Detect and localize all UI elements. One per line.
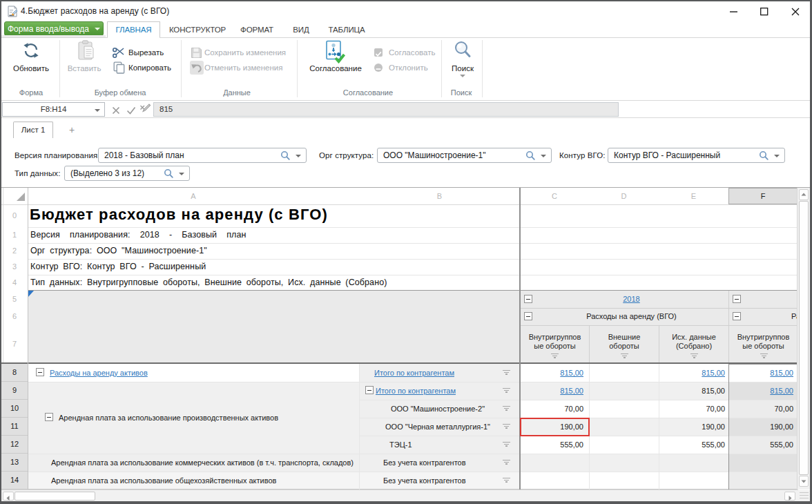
form-io-menu-button[interactable]: Форма ввода/вывода	[4, 21, 104, 36]
maximize-button[interactable]	[754, 1, 775, 21]
cell-b14[interactable]: Без учета контрагентов	[383, 472, 466, 490]
row-header-1[interactable]: 1	[1, 227, 28, 243]
row-header-8[interactable]: 8	[1, 364, 28, 382]
cell-a8[interactable]: Расходы на аренду активов	[50, 364, 148, 382]
year-header-link[interactable]: 2018	[533, 291, 730, 308]
collapse-merged-icon[interactable]	[45, 413, 53, 421]
filter-funnel-icon[interactable]	[550, 353, 559, 359]
cancel-icon[interactable]	[112, 105, 120, 117]
function-pen-icon[interactable]	[139, 104, 151, 117]
cell-b9[interactable]: Итого по контрагентам	[376, 382, 456, 400]
cell-c12[interactable]: 555,00	[520, 436, 583, 454]
search-icon[interactable]	[759, 151, 769, 161]
chevron-down-icon[interactable]	[774, 154, 780, 157]
row-header-6[interactable]: 6	[1, 308, 28, 325]
filter-funnel-icon[interactable]	[502, 370, 511, 376]
column-header-e[interactable]: E	[659, 188, 728, 204]
cell-b8[interactable]: Итого по контрагентам	[374, 364, 454, 382]
row-header-11[interactable]: 11	[1, 418, 28, 436]
name-box[interactable]: F8:H14	[2, 102, 105, 117]
paste-button[interactable]: Вставить	[68, 64, 102, 72]
filter-funnel-icon[interactable]	[502, 424, 511, 429]
refresh-button[interactable]: Обновить	[13, 64, 49, 72]
collapse-group2-icon[interactable]	[733, 312, 741, 320]
row-header-5[interactable]: 5	[1, 291, 28, 308]
column-header-a[interactable]: A	[28, 188, 359, 204]
cell-b12[interactable]: ТЭЦ-1	[389, 436, 412, 454]
approval-button[interactable]: Согласование	[309, 64, 362, 72]
tab-format[interactable]: ФОРМАТ	[240, 21, 273, 38]
filter-funnel-icon[interactable]	[620, 353, 629, 359]
save-changes-button[interactable]: Сохранить изменения	[204, 47, 286, 58]
select-all-corner[interactable]	[17, 193, 25, 201]
add-sheet-button[interactable]: +	[66, 122, 77, 138]
filter-funnel-icon[interactable]	[690, 353, 699, 359]
tab-home[interactable]: ГЛАВНАЯ	[107, 21, 160, 38]
filter-org-combo[interactable]: ООО "Машиностроение-1"	[377, 148, 552, 163]
horizontal-scrollbar[interactable]	[1, 490, 798, 501]
filter-funnel-icon[interactable]	[502, 388, 511, 394]
filter-funnel-icon[interactable]	[502, 406, 511, 411]
undo-changes-button[interactable]: Отменить изменения	[204, 62, 283, 73]
cell-e10[interactable]: 70,00	[659, 400, 725, 418]
cell-b10[interactable]: ООО "Машиностроение-2"	[359, 400, 516, 418]
chevron-down-icon[interactable]	[179, 172, 184, 175]
measure-group-header[interactable]: Расходы на аренду (ВГО)	[533, 308, 730, 325]
cut-button[interactable]: Вырезать	[128, 47, 164, 58]
tab-view[interactable]: ВИД	[293, 21, 309, 38]
approve-button[interactable]: Согласовать	[389, 47, 435, 58]
scroll-down-button[interactable]	[799, 476, 809, 487]
collapse-year2-icon[interactable]	[733, 295, 741, 303]
name-box-dropdown-icon[interactable]	[95, 108, 100, 112]
column-header-f[interactable]: F	[728, 188, 798, 204]
search-icon[interactable]	[525, 151, 536, 161]
filter-version-combo[interactable]: 2018 - Базовый план	[98, 148, 307, 163]
cell-a13[interactable]: Арендная плата за использование коммерче…	[51, 454, 354, 472]
cell-e8[interactable]: 815,00	[659, 364, 725, 382]
row-header-14[interactable]: 14	[1, 472, 28, 490]
copy-button[interactable]: Копировать	[128, 62, 171, 73]
scroll-left-button[interactable]	[3, 492, 14, 501]
search-icon[interactable]	[164, 168, 174, 179]
cell-a14[interactable]: Арендная плата за использование общехозя…	[51, 472, 276, 490]
horizontal-scroll-thumb[interactable]	[14, 492, 95, 501]
row-header-2[interactable]: 2	[1, 243, 28, 259]
chevron-down-icon[interactable]	[296, 154, 301, 157]
scroll-up-button[interactable]	[799, 189, 809, 200]
scroll-right-button[interactable]	[784, 492, 795, 501]
collapse-group-icon[interactable]	[524, 312, 532, 320]
search-dropdown-icon[interactable]	[460, 75, 465, 77]
cell-e9[interactable]: 815,00	[659, 382, 725, 400]
collapse-row8-icon[interactable]	[36, 368, 44, 376]
filter-contour-combo[interactable]: Контур ВГО - Расширенный	[608, 148, 785, 163]
search-button[interactable]: Поиск	[452, 64, 474, 72]
search-icon[interactable]	[280, 151, 291, 161]
row-header-4[interactable]: 4	[1, 275, 28, 291]
tab-table[interactable]: ТАБЛИЦА	[328, 21, 365, 38]
cell-b13[interactable]: Без учета контрагентов	[383, 454, 466, 472]
row-header-13[interactable]: 13	[1, 454, 28, 472]
column-header-d[interactable]: D	[589, 188, 659, 204]
resize-grip[interactable]	[798, 490, 810, 501]
vertical-scrollbar[interactable]	[797, 188, 810, 490]
filter-funnel-icon[interactable]	[502, 460, 511, 465]
row-header-7[interactable]: 7	[1, 325, 28, 362]
row-header-0[interactable]: 0	[1, 204, 28, 227]
filter-datatype-combo[interactable]: (Выделено 3 из 12)	[64, 166, 190, 181]
formula-input[interactable]: 815	[153, 102, 619, 117]
cell-b11[interactable]: ООО "Черная металлургия-1"	[359, 418, 516, 436]
cell-c9[interactable]: 815,00	[520, 382, 583, 400]
filter-funnel-icon[interactable]	[760, 353, 768, 359]
column-header-c[interactable]: C	[520, 188, 589, 204]
cell-e11[interactable]: 190,00	[659, 418, 725, 436]
cell-e12[interactable]: 555,00	[659, 436, 725, 454]
row-header-12[interactable]: 12	[1, 436, 28, 454]
enter-icon[interactable]	[126, 105, 136, 117]
tab-constructor[interactable]: КОНСТРУКТОР	[169, 21, 226, 38]
filter-funnel-icon[interactable]	[502, 442, 511, 447]
vertical-scroll-thumb[interactable]	[799, 201, 809, 475]
cell-a9-merged[interactable]: Арендная плата за использование производ…	[59, 382, 278, 454]
close-button[interactable]	[785, 1, 806, 21]
reject-button[interactable]: Отклонить	[389, 62, 428, 73]
sheet-tab-1[interactable]: Лист 1	[13, 122, 53, 138]
